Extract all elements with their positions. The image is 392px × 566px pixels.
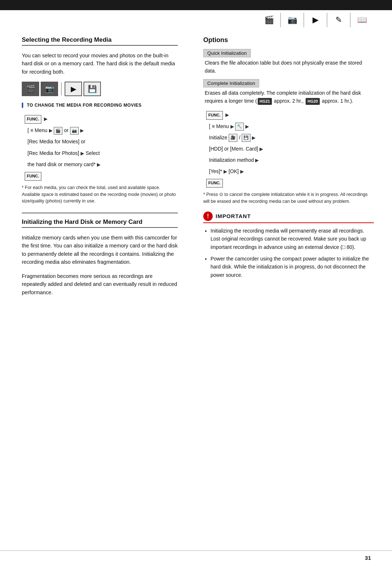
section1-title: Selecting the Recording Media — [22, 36, 178, 46]
section2-body2: Fragmentation becomes more serious as re… — [22, 272, 178, 296]
top-bar — [0, 0, 392, 10]
blue-note: To Change the Media for Recording Movies — [22, 103, 178, 108]
init-func-label-2: FUNC. — [206, 179, 223, 188]
section1-body: You can select to record your movies and… — [22, 52, 178, 76]
icon-camera: 📷 — [284, 12, 301, 28]
step-block-3: [Rec Media for Movies] or — [22, 137, 178, 146]
step-block-6: FUNC. — [22, 171, 178, 181]
or-text: or — [64, 127, 70, 133]
options-title: Options — [203, 36, 374, 44]
important-bullet-1: Initializing the recording media will pe… — [211, 227, 374, 251]
left-column: Selecting the Recording Media You can se… — [0, 36, 192, 548]
section-sep — [22, 213, 178, 213]
icon-playback: ▶ — [307, 12, 324, 28]
important-icon: ! — [203, 212, 213, 221]
blue-note-title: To Change the Media for Recording Movies — [27, 103, 178, 108]
menu-icon1: ≡ — [30, 127, 33, 133]
init-step-yes: [Yes]* ▶ [OK] ▶ — [203, 167, 374, 176]
top-icon-row: 🎬 📷 ▶ ✎ 📖 — [261, 12, 370, 28]
func-label-1: FUNC. — [25, 115, 41, 124]
important-section: ! Important Initializing the recording m… — [203, 212, 374, 279]
photo-badge: 📷 — [70, 127, 79, 135]
option-quick: Quick Initialization Clears the file all… — [203, 49, 374, 75]
step-block-2: [ ≡ Menu ▶ 🎬 or 📷 ▶ — [22, 126, 178, 135]
func-label-2: FUNC. — [25, 172, 41, 181]
video-badge: 🎬 — [54, 127, 62, 135]
bottom-line — [0, 550, 392, 551]
icon-video: 🎬 — [261, 12, 277, 28]
page-number: 31 — [365, 555, 371, 561]
important-list: Initializing the recording media will pe… — [203, 227, 374, 279]
icon-divider4 — [350, 13, 351, 27]
init-func-label-1: FUNC. — [206, 111, 223, 120]
important-title: Important — [216, 213, 251, 219]
option-complete: Complete Initialization Erases all data … — [203, 79, 374, 105]
icon-divider2 — [303, 13, 304, 27]
init-note: * Press ⊙ to cancel the complete initial… — [203, 191, 374, 205]
option-complete-label: Complete Initialization — [203, 79, 259, 87]
video-init-badge: 🎥 — [229, 134, 237, 142]
option-complete-text: Erases all data completely. The complete… — [203, 89, 374, 105]
settings-badge: 🔧 — [235, 123, 244, 131]
icon-strip-card: 💾 — [83, 82, 101, 96]
icon-book: 📖 — [354, 12, 370, 28]
option-quick-label: Quick Initialization — [203, 49, 251, 57]
option-quick-text: Clears the file allocation table but doe… — [203, 59, 374, 75]
important-bullet-2: Power the camcorder using the compact po… — [211, 255, 374, 279]
arrow-1: ▶ — [44, 115, 48, 123]
icon-strip-rec: ▶ — [65, 82, 82, 96]
icon-strip-movie: 🎬 — [22, 82, 39, 96]
icon-strip-photo: 📷 — [41, 82, 58, 96]
init-steps-block: FUNC. ▶ [ ≡ Menu ▶ 🔧 ▶ Initialize 🎥 / 💾 … — [203, 110, 374, 188]
icon-divider3 — [327, 13, 327, 27]
right-column: Options Quick Initialization Clears the … — [192, 36, 392, 548]
init-step-initialize: Initialize 🎥 / 💾 ▶ — [203, 133, 374, 142]
init-func-2: FUNC. — [203, 178, 374, 188]
icon-strip: 🎬 📷 ▶ 💾 — [22, 82, 178, 96]
hg21-badge: HG21 — [258, 98, 272, 105]
init-step-method: Initialization method ▶ — [203, 156, 374, 165]
step-block-4: [Rec Media for Photos] ▶ Select — [22, 149, 178, 158]
init-step-hdd: [HDD] or [Mem. Card] ▶ — [203, 144, 374, 153]
step-block-1: FUNC. ▶ — [22, 114, 178, 124]
sd-badge: 💾 — [242, 134, 250, 142]
icon-edit: ✎ — [330, 12, 347, 28]
icon-divider1 — [280, 13, 281, 27]
section2-body1: Initialize memory cards when you use the… — [22, 234, 178, 266]
section1-footnote: * For each media, you can check the tota… — [22, 184, 178, 205]
important-header: ! Important — [203, 212, 374, 223]
init-step-menu: [ ≡ Menu ▶ 🔧 ▶ — [203, 122, 374, 131]
main-content: Selecting the Recording Media You can se… — [0, 36, 392, 548]
icon-strip-div — [61, 82, 62, 95]
section2-title: Initializing the Hard Disk or Memory Car… — [22, 218, 178, 228]
hg20-badge: HG20 — [306, 98, 320, 105]
step-block-5: the hard disk or memory card* ▶ — [22, 160, 178, 169]
init-func-1: FUNC. ▶ — [203, 110, 374, 120]
